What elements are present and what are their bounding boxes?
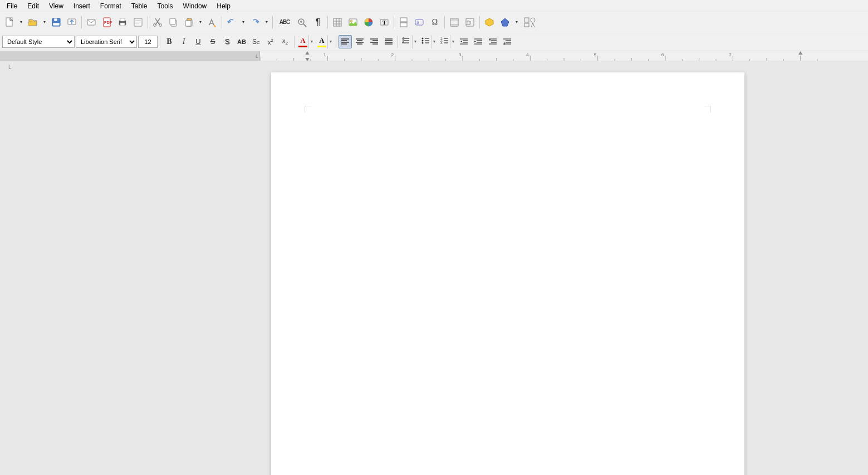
align-center-button[interactable]: [353, 35, 366, 48]
margin-corner-tl: [305, 106, 311, 114]
drawing-icon: [500, 17, 510, 27]
insert-image-button[interactable]: [346, 15, 360, 30]
svg-rect-48: [450, 18, 458, 20]
svg-rect-32: [334, 18, 341, 26]
svg-rect-42: [400, 18, 407, 22]
separator-7: [444, 16, 445, 28]
insert-pagebreak-button[interactable]: [396, 15, 411, 30]
font-name-select[interactable]: Liberation Serif: [76, 36, 137, 48]
email-icon: [86, 17, 96, 27]
font-color-dropdown[interactable]: ▾: [308, 35, 314, 48]
svg-rect-24: [187, 18, 192, 21]
new-dropdown-button[interactable]: ▾: [18, 15, 24, 30]
uppercase-button[interactable]: AB: [235, 35, 248, 48]
insert-chart-button[interactable]: [361, 15, 376, 30]
svg-text:7: 7: [729, 52, 732, 57]
basic-shapes-button[interactable]: [521, 15, 539, 30]
font-color-icon: A: [300, 36, 305, 45]
header-footer-button[interactable]: [447, 15, 462, 30]
decrease-indent-button[interactable]: [457, 35, 470, 48]
unordered-list-group[interactable]: ▾: [419, 35, 437, 49]
insert-field-button[interactable]: #: [412, 15, 426, 30]
menu-edit[interactable]: Edit: [23, 1, 43, 11]
special-chars-button[interactable]: Ω: [428, 15, 442, 30]
align-left-button[interactable]: [339, 35, 352, 48]
drawing-button[interactable]: [498, 15, 512, 30]
paste-dropdown-button[interactable]: ▾: [197, 15, 204, 30]
insert-table-button[interactable]: [330, 15, 345, 30]
justify-button[interactable]: [382, 35, 395, 48]
menu-insert[interactable]: Insert: [69, 1, 95, 11]
ordered-list-group[interactable]: 1. 2. 3. ▾: [438, 35, 456, 49]
menu-view[interactable]: View: [45, 1, 68, 11]
open-icon: [28, 17, 38, 27]
align-center-icon: [355, 38, 364, 46]
copy-button[interactable]: [166, 15, 180, 30]
bold-icon: B: [166, 37, 171, 46]
footnote-button[interactable]: fn: [463, 15, 477, 30]
insert-textbox-button[interactable]: T: [377, 15, 391, 30]
chevron-down-icon: ▾: [43, 19, 46, 25]
document-page[interactable]: [271, 72, 744, 475]
superscript-button[interactable]: x2: [264, 35, 277, 48]
formatting-marks-button[interactable]: ¶: [311, 15, 325, 30]
ruler-track[interactable]: 1 2 3 4 5 6 7: [260, 51, 868, 61]
menu-help[interactable]: Help: [212, 1, 235, 11]
increase-indent-button[interactable]: [472, 35, 485, 48]
undo-button[interactable]: [224, 15, 239, 30]
email-button[interactable]: [84, 15, 99, 30]
italic-button[interactable]: I: [177, 35, 190, 48]
paragraph-spacing-bottom-button[interactable]: [501, 35, 514, 48]
font-size-input[interactable]: [138, 36, 158, 48]
cut-button[interactable]: [150, 15, 165, 30]
open-button[interactable]: [26, 15, 40, 30]
subscript-icon: x2: [282, 37, 288, 46]
print-button[interactable]: [115, 15, 130, 30]
font-color-group[interactable]: A ▾: [297, 35, 315, 49]
print-preview-button[interactable]: [131, 15, 145, 30]
bold-button[interactable]: B: [163, 35, 176, 48]
document-area[interactable]: [260, 61, 868, 475]
svg-line-29: [303, 24, 306, 27]
smallcaps-button[interactable]: Sc: [249, 35, 263, 48]
open-dropdown-button[interactable]: ▾: [41, 15, 48, 30]
paragraph-spacing-top-button[interactable]: [486, 35, 499, 48]
highlight-dropdown[interactable]: ▾: [327, 35, 333, 48]
undo-dropdown-button[interactable]: ▾: [240, 15, 247, 30]
ordered-list-dropdown[interactable]: ▾: [450, 35, 455, 48]
basic-shapes-icon: [524, 17, 536, 27]
font-color-bar: [298, 46, 307, 47]
menu-table[interactable]: Table: [127, 1, 152, 11]
drawing-dropdown-button[interactable]: ▾: [513, 15, 520, 30]
svg-line-27: [214, 25, 215, 27]
footnote-icon: fn: [465, 17, 475, 27]
navigator-button[interactable]: [482, 15, 497, 30]
paragraph-style-select[interactable]: Default Style: [2, 36, 75, 48]
redo-dropdown-button[interactable]: ▾: [263, 15, 270, 30]
line-spacing-dropdown[interactable]: ▾: [412, 35, 418, 48]
save-button[interactable]: [49, 15, 63, 30]
underline-button[interactable]: U: [192, 35, 205, 48]
menu-tools[interactable]: Tools: [153, 1, 178, 11]
new-document-button[interactable]: [2, 15, 17, 30]
export-pdf-button[interactable]: PDF: [100, 15, 114, 30]
align-right-button[interactable]: [367, 35, 381, 48]
svg-rect-22: [170, 18, 175, 25]
shadow-button[interactable]: S: [220, 35, 234, 48]
svg-rect-14: [135, 19, 141, 21]
find-replace-button[interactable]: [295, 15, 310, 30]
paste-button[interactable]: [182, 15, 196, 30]
menu-format[interactable]: Format: [96, 1, 126, 11]
unordered-list-dropdown[interactable]: ▾: [431, 35, 437, 48]
line-spacing-group[interactable]: ▾: [400, 35, 418, 49]
menu-file[interactable]: File: [2, 1, 22, 11]
redo-button[interactable]: [248, 15, 262, 30]
strikethrough-button[interactable]: S: [206, 35, 219, 48]
clone-formatting-button[interactable]: [205, 15, 219, 30]
save-remote-button[interactable]: [65, 15, 79, 30]
menu-window[interactable]: Window: [179, 1, 212, 11]
subscript-button[interactable]: x2: [278, 35, 292, 48]
highlight-color-group[interactable]: A ▾: [316, 35, 334, 49]
svg-rect-12: [120, 18, 125, 21]
spellcheck-button[interactable]: ABC: [275, 15, 294, 30]
